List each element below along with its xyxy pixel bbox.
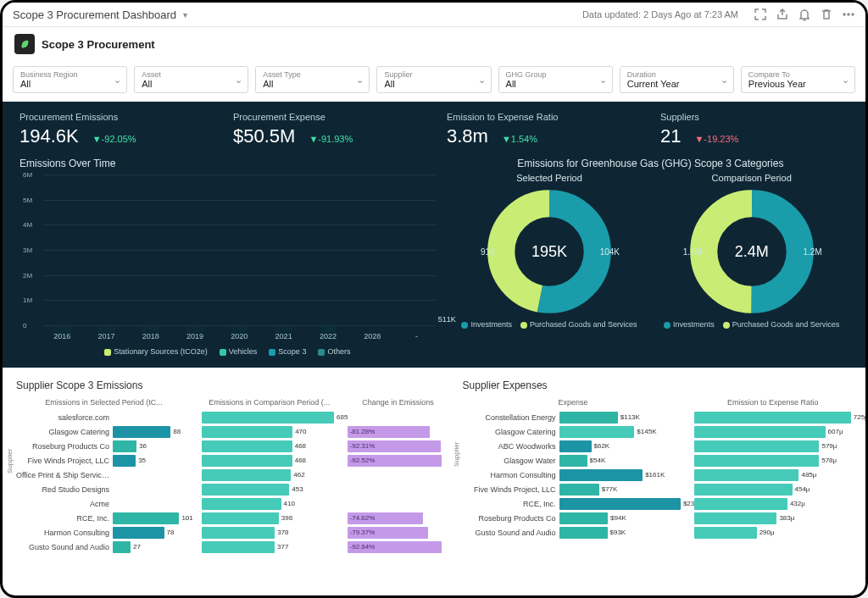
bar-row: 432μ bbox=[694, 496, 852, 511]
kpi-suppliers: Suppliers 21 ▼-19.23% bbox=[660, 112, 849, 147]
supplier-expenses-title: Supplier Expenses bbox=[463, 379, 852, 391]
emissions-bar-chart[interactable]: 01M2M3M4M5M6M 2.2M2.4M2.5M2.5M2.4M2.4M3M… bbox=[19, 174, 436, 344]
expense-chart[interactable]: Supplier Constellation Energy $113KGlasg… bbox=[463, 410, 684, 540]
ratio-chart[interactable]: 725μ607μ579μ578μ485μ454μ432μ383μ290μ bbox=[694, 410, 852, 540]
supplier-emissions-title: Supplier Scope 3 Emissions bbox=[16, 379, 449, 391]
kpi-strip: Procurement Emissions 194.6K ▼-92.05%Pro… bbox=[3, 102, 865, 158]
bar-row: RCE, Inc. 101 bbox=[16, 511, 192, 525]
bar-row: Glasgow Catering 88 bbox=[16, 424, 192, 439]
filter-supplier[interactable]: SupplierAll⌄ bbox=[376, 66, 491, 93]
filter-asset[interactable]: AssetAll⌄ bbox=[134, 66, 248, 93]
emissions-selected-chart[interactable]: Supplier salesforce.com Glasgow Catering… bbox=[16, 410, 192, 554]
title-dropdown-chevron-icon[interactable]: ▾ bbox=[183, 10, 187, 19]
bar-row: 290μ bbox=[694, 525, 852, 540]
chevron-down-icon: ⌄ bbox=[114, 75, 121, 86]
bar-row: Glasgow Catering $145K bbox=[463, 424, 684, 439]
chevron-down-icon: ⌄ bbox=[235, 75, 242, 86]
bar-row: RCE, Inc. $234K bbox=[463, 496, 684, 511]
filter-asset-type[interactable]: Asset TypeAll⌄ bbox=[255, 66, 370, 93]
data-updated-label: Data updated: 2 Days Ago at 7:23 AM bbox=[582, 9, 738, 19]
bar-row bbox=[348, 410, 449, 424]
bar-row: 485μ bbox=[694, 468, 852, 482]
filter-compare-to[interactable]: Compare ToPrevious Year⌄ bbox=[741, 66, 855, 93]
bar-row: Constellation Energy $113K bbox=[463, 410, 684, 424]
bar-row: Harmon Consulting 78 bbox=[16, 525, 192, 540]
share-icon[interactable] bbox=[776, 8, 789, 21]
chevron-down-icon: ⌄ bbox=[721, 75, 728, 86]
emissions-over-time-panel: Emissions Over Time 01M2M3M4M5M6M 2.2M2.… bbox=[19, 158, 436, 356]
bar-row: 378 bbox=[202, 525, 337, 540]
supplier-axis-label: Supplier bbox=[6, 449, 14, 473]
col-header-ratio: Emission to Expense Ratio bbox=[694, 398, 852, 407]
filter-ghg-group[interactable]: GHG GroupAll⌄ bbox=[498, 66, 613, 93]
bar-row: Gusto Sound and Audio 27 bbox=[16, 540, 192, 554]
bar-row: 410 bbox=[202, 496, 337, 511]
bar-row: salesforce.com bbox=[16, 410, 192, 424]
bar-row: Roseburg Products Co 36 bbox=[16, 439, 192, 453]
bar-row: Roseburg Products Co $94K bbox=[463, 511, 684, 525]
donut-selected-subtitle: Selected Period bbox=[453, 173, 647, 183]
bell-icon[interactable] bbox=[798, 8, 811, 21]
col-header-selected: Emissions in Selected Period (tC... bbox=[16, 398, 192, 407]
col-header-comparison: Emissions in Comparison Period (... bbox=[202, 398, 337, 407]
svg-point-1 bbox=[848, 14, 849, 15]
bar-row: Office Print & Ship Services bbox=[16, 468, 192, 482]
bar-row: Five Winds Project, LLC 35 bbox=[16, 453, 192, 468]
bar-row: ABC Woodworks $62K bbox=[463, 439, 684, 453]
col-header-expense: Expense bbox=[463, 398, 684, 407]
ghg-panel: Emissions for Greenhouse Gas (GHG) Scope… bbox=[453, 158, 849, 356]
dashboard-title: Scope 3 Procurement bbox=[42, 38, 155, 51]
fullscreen-icon[interactable] bbox=[754, 8, 767, 21]
bar-row: Red Studio Designs bbox=[16, 482, 192, 496]
chevron-down-icon: ⌄ bbox=[478, 75, 486, 86]
dark-chart-band: Emissions Over Time 01M2M3M4M5M6M 2.2M2.… bbox=[3, 158, 865, 368]
delete-icon[interactable] bbox=[820, 8, 833, 21]
bar-row: 398 bbox=[202, 511, 337, 525]
svg-point-0 bbox=[843, 14, 845, 15]
filter-business-region[interactable]: Business RegionAll⌄ bbox=[13, 66, 127, 93]
bar-row: 468 bbox=[202, 439, 337, 453]
supplier-axis-label-2: Supplier bbox=[453, 441, 460, 466]
bar-row: -92.31% bbox=[348, 439, 449, 453]
chevron-down-icon: ⌄ bbox=[842, 75, 849, 86]
bar-row: Five Winds Project, LLC $77K bbox=[463, 482, 684, 496]
donut-selected-center: 195K bbox=[486, 188, 613, 315]
page-title: Scope 3 Procurement Dashboard bbox=[13, 8, 176, 21]
donut-selected-left-label: 91K bbox=[481, 247, 496, 257]
leaf-logo-icon bbox=[14, 34, 35, 54]
top-bar: Scope 3 Procurement Dashboard ▾ Data upd… bbox=[3, 3, 865, 27]
supplier-expenses-card: Supplier Expenses Expense Supplier Const… bbox=[463, 379, 852, 554]
bar-row: 685 bbox=[202, 410, 337, 424]
emissions-change-chart[interactable]: -81.28%-92.31%-92.52%-74.62%-79.37%-92.8… bbox=[348, 410, 449, 554]
bar-row bbox=[348, 468, 449, 482]
kpi-procurement-expense: Procurement Expense $50.5M ▼-91.93% bbox=[233, 112, 421, 147]
donut-comparison-left-label: 1.2M bbox=[683, 247, 702, 257]
more-icon[interactable] bbox=[842, 8, 855, 21]
bar-row: -92.52% bbox=[348, 453, 449, 468]
bar-row: 578μ bbox=[694, 453, 852, 468]
bar-row: 453 bbox=[202, 482, 337, 496]
donut-selected-period[interactable]: Selected Period 195K 91K 104K Investment… bbox=[453, 173, 647, 329]
filter-duration[interactable]: DurationCurrent Year⌄ bbox=[620, 66, 734, 93]
bar-row: -79.37% bbox=[348, 525, 449, 540]
donut-comparison-right-label: 1.2M bbox=[803, 247, 821, 257]
supplier-emissions-card: Supplier Scope 3 Emissions Emissions in … bbox=[16, 379, 449, 554]
col-header-change: Change in Emissions bbox=[348, 398, 449, 407]
emissions-comparison-chart[interactable]: 685470468468462453410398378377 bbox=[202, 410, 337, 554]
bar-row: 607μ bbox=[694, 424, 852, 439]
bar-row: 377 bbox=[202, 540, 337, 554]
bar-row bbox=[348, 496, 449, 511]
emissions-over-time-title: Emissions Over Time bbox=[19, 158, 436, 169]
donut-comparison-subtitle: Comparison Period bbox=[654, 173, 849, 183]
bar-row: Gusto Sound and Audio $93K bbox=[463, 525, 684, 540]
bar-row: -81.28% bbox=[348, 424, 449, 439]
bar-row: 383μ bbox=[694, 511, 852, 525]
bar-row: 462 bbox=[202, 468, 337, 482]
bar-row: Harmon Consulting $161K bbox=[463, 468, 684, 482]
bar-row: 454μ bbox=[694, 482, 852, 496]
sub-header: Scope 3 Procurement bbox=[3, 27, 865, 61]
donut-comparison-center: 2.4M bbox=[688, 188, 815, 315]
donut-comparison-period[interactable]: Comparison Period 2.4M 1.2M 1.2M Investm… bbox=[654, 173, 849, 329]
bar-row bbox=[348, 482, 449, 496]
donut-comparison-legend: Investments Purchased Goods and Services bbox=[654, 320, 849, 329]
